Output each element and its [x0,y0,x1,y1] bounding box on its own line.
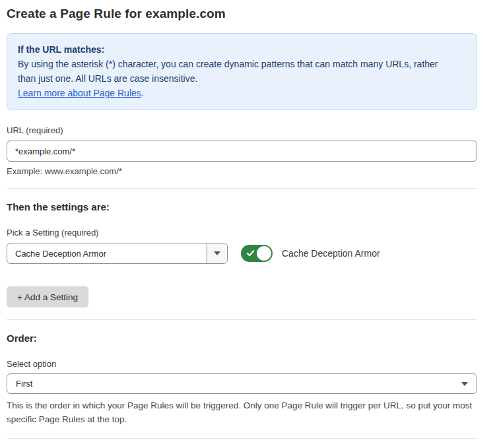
chevron-down-icon [461,382,468,386]
learn-more-link[interactable]: Learn more about Page Rules [18,88,141,98]
setting-dropdown-arrow-button[interactable] [207,243,227,263]
divider [7,188,477,189]
toggle-label: Cache Deception Armor [282,248,380,259]
page-title: Create a Page Rule for example.com [7,7,477,21]
setting-dropdown[interactable]: Cache Deception Armor [7,243,228,264]
order-dropdown-value: First [16,379,461,389]
info-box-heading: If the URL matches: [18,42,466,57]
info-box-link-line: Learn more about Page Rules. [18,86,466,100]
link-period: . [141,88,144,98]
url-match-info-box: If the URL matches: By using the asteris… [7,33,477,110]
order-section-heading: Order: [7,333,477,344]
url-field-label: URL (required) [7,125,477,135]
order-helper-text: This is the order in which your Page Rul… [7,399,475,426]
chevron-down-icon [214,251,220,255]
url-example-helper: Example: www.example.com/* [7,166,477,176]
divider [7,438,477,439]
order-select-label: Select option [7,359,477,369]
cache-deception-armor-toggle[interactable] [241,245,273,262]
settings-section-heading: Then the settings are: [7,201,477,212]
setting-row: Cache Deception Armor Cache Deception Ar… [7,243,477,264]
add-setting-button[interactable]: + Add a Setting [7,286,88,307]
setting-dropdown-value: Cache Deception Armor [7,243,207,263]
divider [7,319,477,320]
order-dropdown[interactable]: First [7,373,477,394]
pick-setting-label: Pick a Setting (required) [7,228,477,238]
check-icon [246,249,255,257]
setting-toggle-group: Cache Deception Armor [241,245,380,262]
info-box-body: By using the asterisk (*) character, you… [18,57,453,86]
url-input[interactable] [7,141,477,162]
toggle-knob [257,246,271,261]
